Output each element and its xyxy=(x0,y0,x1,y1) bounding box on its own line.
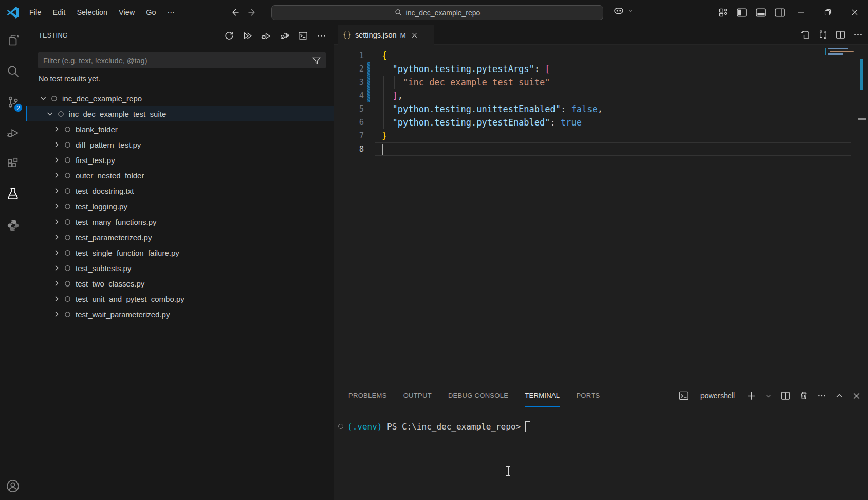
chevron-down-icon xyxy=(627,8,633,14)
scm-badge: 2 xyxy=(14,103,23,112)
test-filter-input[interactable] xyxy=(38,57,312,65)
toggle-primary-sidebar-icon[interactable] xyxy=(736,7,747,18)
menu-go[interactable]: Go xyxy=(140,5,161,20)
chevron-down-icon[interactable] xyxy=(39,94,47,102)
testing-view-icon[interactable] xyxy=(0,179,26,210)
menu-edit[interactable]: Edit xyxy=(47,5,71,20)
menu-view[interactable]: View xyxy=(113,5,140,20)
code-line-7: 7} xyxy=(334,129,848,142)
test-tree-item[interactable]: test_wait_parameterized.py xyxy=(26,307,335,322)
chevron-right-icon[interactable] xyxy=(52,156,61,164)
new-terminal-icon[interactable] xyxy=(747,391,756,401)
command-center-text: inc_dec_example_repo xyxy=(406,9,481,17)
terminal-view[interactable]: (.venv) PS C:\inc_dec_example_repo> xyxy=(334,413,868,500)
extensions-icon[interactable] xyxy=(0,148,26,179)
test-state-circle-icon xyxy=(64,265,71,272)
test-tree-item[interactable]: diff_pattern_test.py xyxy=(26,137,335,152)
close-panel-icon[interactable] xyxy=(852,391,861,400)
chevron-right-icon[interactable] xyxy=(52,202,61,210)
test-tree-item[interactable]: blank_folder xyxy=(26,121,335,137)
test-tree-item[interactable]: test_logging.py xyxy=(26,199,335,214)
chevron-right-icon[interactable] xyxy=(52,171,61,180)
terminal-command-decoration[interactable] xyxy=(338,424,343,429)
back-arrow-icon[interactable] xyxy=(230,7,240,17)
test-output-terminal-icon[interactable] xyxy=(297,30,309,42)
test-tree-item[interactable]: test_subtests.py xyxy=(26,260,335,276)
explorer-icon[interactable] xyxy=(0,25,26,56)
test-tree-item[interactable]: test_single_function_failure.py xyxy=(26,245,335,260)
test-tree-item[interactable]: inc_dec_example_repo xyxy=(26,91,335,106)
tab-settings-json[interactable]: settings.json M xyxy=(338,25,434,45)
test-tree-item[interactable]: outer_nested_folder xyxy=(26,168,335,183)
test-tree-item[interactable]: inc_dec_example_test_suite xyxy=(26,106,335,121)
copilot-button[interactable] xyxy=(613,5,633,17)
menu-[interactable]: ⋯ xyxy=(162,5,181,20)
panel-more-actions-icon[interactable] xyxy=(817,391,826,400)
shell-label[interactable]: powershell xyxy=(700,391,735,400)
chevron-down-icon[interactable] xyxy=(46,110,54,118)
close-window-button[interactable] xyxy=(841,0,868,25)
open-changes-icon[interactable] xyxy=(801,30,810,40)
chevron-right-icon[interactable] xyxy=(52,125,61,133)
python-view-icon[interactable] xyxy=(0,210,26,241)
run-tests-coverage-icon[interactable] xyxy=(279,30,290,42)
test-tree-item[interactable]: first_test.py xyxy=(26,152,335,168)
source-control-icon[interactable]: 2 xyxy=(0,86,26,117)
run-and-debug-icon[interactable] xyxy=(0,117,26,148)
test-state-circle-icon xyxy=(64,172,71,179)
search-view-icon[interactable] xyxy=(0,56,26,86)
account-icon[interactable] xyxy=(0,474,26,498)
test-tree-item[interactable]: test_two_classes.py xyxy=(26,276,335,291)
panel-tab-bar: PROBLEMSOUTPUTDEBUG CONSOLETERMINALPORTS xyxy=(348,384,600,407)
code-editor[interactable]: 1{2 "python.testing.pytestArgs": [3 "inc… xyxy=(334,45,868,384)
test-tree-item[interactable]: test_docstring.txt xyxy=(26,183,335,199)
panel-tab-terminal[interactable]: TERMINAL xyxy=(525,384,560,407)
restore-button[interactable] xyxy=(815,0,841,25)
overview-ruler-cursor-marker xyxy=(858,118,866,120)
command-center-search[interactable]: inc_dec_example_repo xyxy=(271,5,603,20)
panel-tab-problems[interactable]: PROBLEMS xyxy=(348,384,387,407)
test-state-circle-icon xyxy=(64,249,71,256)
tab-close-icon[interactable] xyxy=(411,31,418,39)
test-tree-item[interactable]: test_unit_and_pytest_combo.py xyxy=(26,291,335,307)
activity-bar: 2 xyxy=(0,25,26,500)
chevron-right-icon[interactable] xyxy=(52,279,61,288)
run-all-tests-icon[interactable] xyxy=(242,30,253,42)
sidebar-more-actions-icon[interactable] xyxy=(316,30,327,42)
test-tree-item[interactable]: test_parameterized.py xyxy=(26,229,335,245)
kill-terminal-icon[interactable] xyxy=(799,391,808,400)
chevron-right-icon[interactable] xyxy=(52,233,61,241)
chevron-right-icon[interactable] xyxy=(52,140,61,149)
filter-icon[interactable] xyxy=(312,56,321,65)
compare-changes-icon[interactable] xyxy=(818,30,828,40)
chevron-right-icon[interactable] xyxy=(52,295,61,303)
refresh-tests-icon[interactable] xyxy=(223,30,235,42)
test-filter-box xyxy=(38,52,326,68)
test-state-circle-icon xyxy=(64,126,71,133)
minimap[interactable] xyxy=(827,47,857,61)
toggle-panel-icon[interactable] xyxy=(755,7,766,18)
menu-selection[interactable]: Selection xyxy=(71,5,113,20)
editor-more-actions-icon[interactable] xyxy=(853,30,863,40)
panel-tab-output[interactable]: OUTPUT xyxy=(403,384,432,407)
panel-tab-ports[interactable]: PORTS xyxy=(576,384,600,407)
toggle-secondary-sidebar-icon[interactable] xyxy=(774,7,785,18)
menu-file[interactable]: File xyxy=(24,5,47,20)
chevron-right-icon[interactable] xyxy=(52,248,61,257)
chevron-right-icon[interactable] xyxy=(52,264,61,272)
chevron-right-icon[interactable] xyxy=(52,187,61,195)
split-terminal-icon[interactable] xyxy=(781,391,790,401)
terminal-dropdown-icon[interactable] xyxy=(765,392,772,399)
panel-tab-debug-console[interactable]: DEBUG CONSOLE xyxy=(448,384,508,407)
terminal-venv: (.venv) xyxy=(347,422,387,432)
split-editor-icon[interactable] xyxy=(836,30,845,40)
chevron-right-icon[interactable] xyxy=(52,310,61,318)
chevron-right-icon[interactable] xyxy=(52,218,61,226)
minimize-button[interactable] xyxy=(788,0,815,25)
test-tree-item[interactable]: test_many_functions.py xyxy=(26,214,335,229)
customize-layout-icon[interactable] xyxy=(718,8,728,17)
maximize-panel-icon[interactable] xyxy=(835,391,843,400)
forward-arrow-icon[interactable] xyxy=(247,7,257,17)
debug-all-tests-icon[interactable] xyxy=(260,30,272,42)
test-state-circle-icon xyxy=(51,95,58,102)
